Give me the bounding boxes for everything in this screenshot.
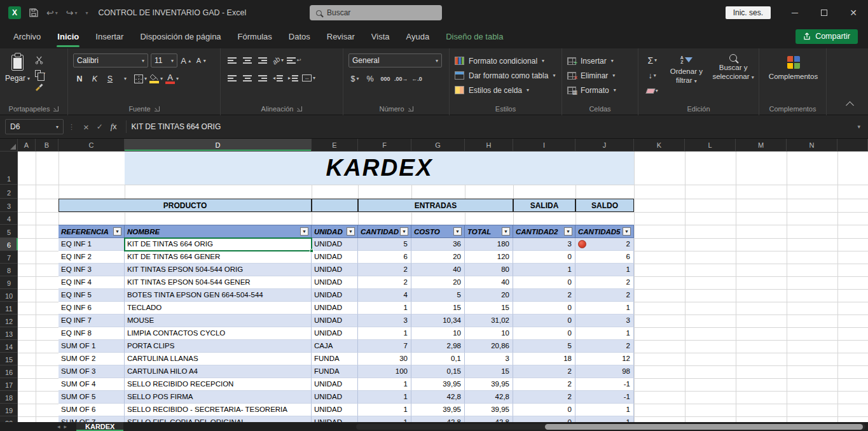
row-header-8[interactable]: 8 (0, 264, 18, 276)
cell-H9[interactable]: 40 (465, 276, 513, 289)
maximize-button[interactable] (809, 0, 839, 25)
copy-button[interactable]: ▾ (35, 68, 45, 78)
find-select-button[interactable]: Buscar yseleccionar ▾ (712, 53, 755, 101)
tab-vista[interactable]: Vista (363, 25, 398, 48)
column-header-F[interactable]: F (358, 139, 411, 151)
minimize-button[interactable]: ─ (780, 0, 809, 25)
cell-D12[interactable]: MOUSE (125, 314, 312, 327)
clipboard-dialog-launcher[interactable] (53, 106, 59, 111)
cell-H7[interactable]: 120 (465, 251, 513, 264)
italic-button[interactable]: K (88, 72, 101, 85)
cell-H19[interactable]: 39,95 (465, 404, 513, 416)
cell-H6[interactable]: 180 (465, 238, 513, 251)
tab-insertar[interactable]: Insertar (87, 25, 132, 48)
underline-button[interactable]: S (104, 72, 116, 85)
row-header-15[interactable]: 15 (0, 353, 18, 365)
cell-G12[interactable]: 10,34 (411, 314, 465, 327)
cell-C7[interactable]: EQ INF 2 (59, 251, 125, 264)
underline-options-caret[interactable]: ▾ (119, 72, 132, 85)
row-header-1[interactable]: 1 (0, 152, 18, 185)
cell-I13[interactable]: 0 (513, 327, 575, 340)
cell-H14[interactable]: 20,86 (465, 340, 513, 353)
cell-D15[interactable]: CARTULINA LLANAS (125, 353, 312, 365)
percent-format-button[interactable]: % (364, 72, 376, 85)
row-header-3[interactable]: 3 (0, 199, 18, 212)
cell-F16[interactable]: 100 (358, 365, 411, 378)
cell-E13[interactable]: UNIDAD (312, 327, 358, 340)
cell-J20[interactable]: 1 (575, 416, 634, 422)
cell-D16[interactable]: CARTULINA HILO A4 (125, 365, 312, 378)
delete-cells-button[interactable]: ×Eliminar▾ (567, 68, 634, 83)
cell-C18[interactable]: SUM OF 5 (59, 391, 125, 404)
tab-disposicion-de-pagina[interactable]: Disposición de página (132, 25, 229, 48)
cell-H15[interactable]: 3 (465, 353, 513, 365)
align-right-button[interactable] (256, 71, 269, 85)
cell-J10[interactable]: 2 (575, 289, 634, 302)
align-center-button[interactable] (241, 71, 254, 85)
cell-G19[interactable]: 39,95 (411, 404, 465, 416)
cell-E6[interactable]: UNIDAD (312, 238, 358, 251)
row-header-19[interactable]: 19 (0, 404, 18, 416)
cell-I15[interactable]: 18 (513, 353, 575, 365)
cell-E20[interactable]: UNIDAD (312, 416, 358, 422)
undo-button[interactable]: ↩▾ (46, 8, 58, 18)
cell-D19[interactable]: SELLO RECIBIDO - SECRETARIA- TESORERIA (125, 404, 312, 416)
fill-button[interactable]: ↓▾ (644, 69, 661, 82)
cell-D14[interactable]: PORTA CLIPS (125, 340, 312, 353)
cell-H12[interactable]: 31,02 (465, 314, 513, 327)
cell-J17[interactable]: -1 (575, 378, 634, 391)
formula-bar-expand-icon[interactable]: ▾ (857, 124, 860, 130)
column-header-D[interactable]: D (125, 139, 312, 151)
cell-F12[interactable]: 3 (358, 314, 411, 327)
cell-E8[interactable]: UNIDAD (312, 264, 358, 276)
cell-C20[interactable]: SUM OF 7 (59, 416, 125, 422)
row-header-20[interactable]: 20 (0, 416, 18, 422)
cell-J8[interactable]: 1 (575, 264, 634, 276)
conditional-formatting-button[interactable]: Formato condicional▾ (455, 53, 558, 68)
cell-F9[interactable]: 2 (358, 276, 411, 289)
cell-J15[interactable]: 12 (575, 353, 634, 365)
cell-H11[interactable]: 15 (465, 302, 513, 314)
cell-G16[interactable]: 0,15 (411, 365, 465, 378)
cell-I17[interactable]: 2 (513, 378, 575, 391)
cell-G14[interactable]: 2,98 (411, 340, 465, 353)
save-button[interactable] (29, 8, 38, 17)
cell-I19[interactable]: 0 (513, 404, 575, 416)
cell-H18[interactable]: 42,8 (465, 391, 513, 404)
font-name-combo[interactable]: Calibri▾ (73, 53, 148, 67)
cell-I8[interactable]: 1 (513, 264, 575, 276)
column-header-J[interactable]: J (575, 139, 634, 151)
cell-D7[interactable]: KIT DE TINTAS 664 GENER (125, 251, 312, 264)
cell-F7[interactable]: 6 (358, 251, 411, 264)
redo-button[interactable]: ↪▾ (66, 8, 78, 18)
cell-H10[interactable]: 20 (465, 289, 513, 302)
tab-diseno-de-tabla[interactable]: Diseño de tabla (437, 25, 511, 48)
row-header-10[interactable]: 10 (0, 289, 18, 302)
number-dialog-launcher[interactable] (408, 106, 413, 111)
cell-G18[interactable]: 42,8 (411, 391, 465, 404)
tab-formulas[interactable]: Fórmulas (230, 25, 280, 48)
align-bottom-button[interactable] (256, 53, 269, 67)
cell-D20[interactable]: SELLO FIEL COPIA DEL ORIGINAL (125, 416, 312, 422)
cell-E10[interactable]: UNIDAD (312, 289, 358, 302)
cell-E11[interactable]: UNIDAD (312, 302, 358, 314)
bold-button[interactable]: N (73, 72, 86, 85)
cell-F8[interactable]: 2 (358, 264, 411, 276)
cell-G10[interactable]: 5 (411, 289, 465, 302)
cell-J19[interactable]: 1 (575, 404, 634, 416)
column-header-L[interactable]: L (685, 139, 736, 151)
collapse-ribbon-icon[interactable] (846, 101, 854, 110)
cell-F19[interactable]: 1 (358, 404, 411, 416)
cell-I12[interactable]: 0 (513, 314, 575, 327)
sort-filter-button[interactable]: AZ Ordenar yfiltrar ▾ (665, 53, 708, 101)
column-header-M[interactable]: M (736, 139, 787, 151)
cell-G8[interactable]: 40 (411, 264, 465, 276)
format-as-table-button[interactable]: Dar formato como tabla▾ (455, 68, 558, 83)
column-header-H[interactable]: H (465, 139, 513, 151)
sheet-nav-arrows[interactable]: ◂▸ (57, 422, 71, 431)
cell-H17[interactable]: 39,95 (465, 378, 513, 391)
cell-G15[interactable]: 0,1 (411, 353, 465, 365)
cell-G6[interactable]: 36 (411, 238, 465, 251)
search-box[interactable]: Buscar (310, 5, 442, 20)
enter-icon[interactable]: ✓ (97, 122, 103, 131)
